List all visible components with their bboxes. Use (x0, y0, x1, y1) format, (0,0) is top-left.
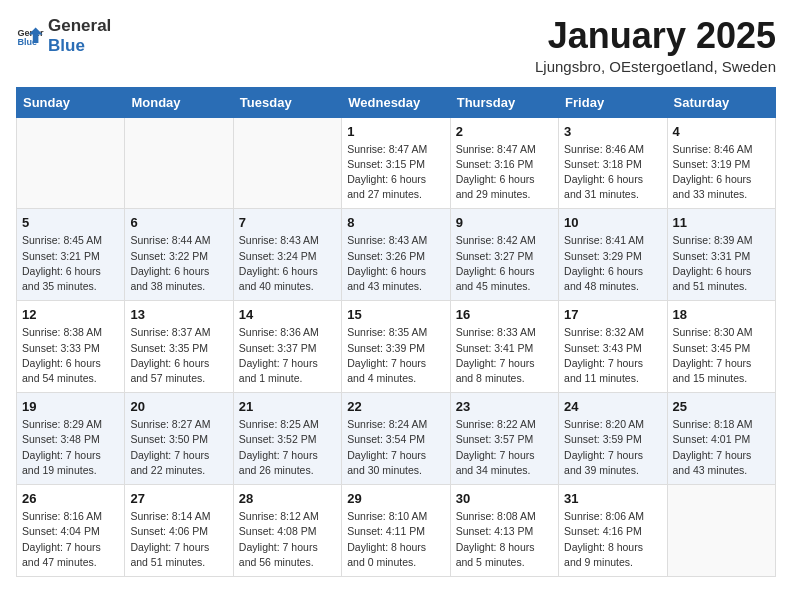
day-number: 6 (130, 215, 227, 230)
calendar-cell: 26Sunrise: 8:16 AM Sunset: 4:04 PM Dayli… (17, 485, 125, 577)
day-number: 7 (239, 215, 336, 230)
calendar-cell: 4Sunrise: 8:46 AM Sunset: 3:19 PM Daylig… (667, 117, 775, 209)
day-number: 11 (673, 215, 770, 230)
logo-blue: Blue (48, 36, 85, 55)
day-number: 30 (456, 491, 553, 506)
day-info: Sunrise: 8:16 AM Sunset: 4:04 PM Dayligh… (22, 509, 119, 570)
calendar-cell: 1Sunrise: 8:47 AM Sunset: 3:15 PM Daylig… (342, 117, 450, 209)
day-info: Sunrise: 8:46 AM Sunset: 3:19 PM Dayligh… (673, 142, 770, 203)
calendar-cell (233, 117, 341, 209)
day-number: 17 (564, 307, 661, 322)
weekday-header-monday: Monday (125, 87, 233, 117)
day-number: 13 (130, 307, 227, 322)
day-info: Sunrise: 8:18 AM Sunset: 4:01 PM Dayligh… (673, 417, 770, 478)
day-number: 16 (456, 307, 553, 322)
day-number: 19 (22, 399, 119, 414)
day-info: Sunrise: 8:39 AM Sunset: 3:31 PM Dayligh… (673, 233, 770, 294)
day-info: Sunrise: 8:35 AM Sunset: 3:39 PM Dayligh… (347, 325, 444, 386)
svg-text:Blue: Blue (17, 37, 37, 47)
calendar-cell: 3Sunrise: 8:46 AM Sunset: 3:18 PM Daylig… (559, 117, 667, 209)
calendar-cell (667, 485, 775, 577)
day-info: Sunrise: 8:10 AM Sunset: 4:11 PM Dayligh… (347, 509, 444, 570)
day-number: 20 (130, 399, 227, 414)
day-number: 25 (673, 399, 770, 414)
day-info: Sunrise: 8:20 AM Sunset: 3:59 PM Dayligh… (564, 417, 661, 478)
calendar-cell: 20Sunrise: 8:27 AM Sunset: 3:50 PM Dayli… (125, 393, 233, 485)
calendar-cell: 5Sunrise: 8:45 AM Sunset: 3:21 PM Daylig… (17, 209, 125, 301)
day-info: Sunrise: 8:06 AM Sunset: 4:16 PM Dayligh… (564, 509, 661, 570)
day-number: 18 (673, 307, 770, 322)
week-row-4: 19Sunrise: 8:29 AM Sunset: 3:48 PM Dayli… (17, 393, 776, 485)
calendar-cell: 22Sunrise: 8:24 AM Sunset: 3:54 PM Dayli… (342, 393, 450, 485)
day-number: 3 (564, 124, 661, 139)
day-number: 10 (564, 215, 661, 230)
weekday-header-friday: Friday (559, 87, 667, 117)
day-number: 26 (22, 491, 119, 506)
calendar-cell: 2Sunrise: 8:47 AM Sunset: 3:16 PM Daylig… (450, 117, 558, 209)
day-info: Sunrise: 8:12 AM Sunset: 4:08 PM Dayligh… (239, 509, 336, 570)
calendar-cell: 16Sunrise: 8:33 AM Sunset: 3:41 PM Dayli… (450, 301, 558, 393)
day-info: Sunrise: 8:36 AM Sunset: 3:37 PM Dayligh… (239, 325, 336, 386)
calendar-cell: 13Sunrise: 8:37 AM Sunset: 3:35 PM Dayli… (125, 301, 233, 393)
day-number: 14 (239, 307, 336, 322)
day-info: Sunrise: 8:41 AM Sunset: 3:29 PM Dayligh… (564, 233, 661, 294)
calendar-cell: 27Sunrise: 8:14 AM Sunset: 4:06 PM Dayli… (125, 485, 233, 577)
calendar-cell (125, 117, 233, 209)
calendar-cell: 19Sunrise: 8:29 AM Sunset: 3:48 PM Dayli… (17, 393, 125, 485)
day-number: 15 (347, 307, 444, 322)
logo-text: General (48, 16, 111, 36)
day-number: 21 (239, 399, 336, 414)
calendar-cell: 12Sunrise: 8:38 AM Sunset: 3:33 PM Dayli… (17, 301, 125, 393)
day-number: 5 (22, 215, 119, 230)
day-info: Sunrise: 8:08 AM Sunset: 4:13 PM Dayligh… (456, 509, 553, 570)
calendar-cell: 28Sunrise: 8:12 AM Sunset: 4:08 PM Dayli… (233, 485, 341, 577)
calendar-cell: 7Sunrise: 8:43 AM Sunset: 3:24 PM Daylig… (233, 209, 341, 301)
weekday-header-sunday: Sunday (17, 87, 125, 117)
calendar-cell: 29Sunrise: 8:10 AM Sunset: 4:11 PM Dayli… (342, 485, 450, 577)
weekday-header-wednesday: Wednesday (342, 87, 450, 117)
logo-general: General (48, 16, 111, 35)
calendar-cell: 30Sunrise: 8:08 AM Sunset: 4:13 PM Dayli… (450, 485, 558, 577)
day-number: 12 (22, 307, 119, 322)
calendar-cell: 14Sunrise: 8:36 AM Sunset: 3:37 PM Dayli… (233, 301, 341, 393)
day-info: Sunrise: 8:43 AM Sunset: 3:26 PM Dayligh… (347, 233, 444, 294)
week-row-5: 26Sunrise: 8:16 AM Sunset: 4:04 PM Dayli… (17, 485, 776, 577)
calendar-cell: 23Sunrise: 8:22 AM Sunset: 3:57 PM Dayli… (450, 393, 558, 485)
calendar-subtitle: Ljungsbro, OEstergoetland, Sweden (535, 58, 776, 75)
day-number: 9 (456, 215, 553, 230)
day-info: Sunrise: 8:38 AM Sunset: 3:33 PM Dayligh… (22, 325, 119, 386)
day-number: 23 (456, 399, 553, 414)
logo-icon: General Blue (16, 22, 44, 50)
day-info: Sunrise: 8:27 AM Sunset: 3:50 PM Dayligh… (130, 417, 227, 478)
calendar-cell: 15Sunrise: 8:35 AM Sunset: 3:39 PM Dayli… (342, 301, 450, 393)
day-info: Sunrise: 8:37 AM Sunset: 3:35 PM Dayligh… (130, 325, 227, 386)
calendar-cell: 10Sunrise: 8:41 AM Sunset: 3:29 PM Dayli… (559, 209, 667, 301)
day-number: 4 (673, 124, 770, 139)
week-row-1: 1Sunrise: 8:47 AM Sunset: 3:15 PM Daylig… (17, 117, 776, 209)
logo: General Blue General Blue (16, 16, 111, 56)
calendar-cell: 11Sunrise: 8:39 AM Sunset: 3:31 PM Dayli… (667, 209, 775, 301)
weekday-header-saturday: Saturday (667, 87, 775, 117)
calendar-cell: 18Sunrise: 8:30 AM Sunset: 3:45 PM Dayli… (667, 301, 775, 393)
calendar-cell: 21Sunrise: 8:25 AM Sunset: 3:52 PM Dayli… (233, 393, 341, 485)
title-block: January 2025 Ljungsbro, OEstergoetland, … (535, 16, 776, 75)
day-info: Sunrise: 8:42 AM Sunset: 3:27 PM Dayligh… (456, 233, 553, 294)
calendar-cell: 8Sunrise: 8:43 AM Sunset: 3:26 PM Daylig… (342, 209, 450, 301)
weekday-header-thursday: Thursday (450, 87, 558, 117)
calendar-cell: 31Sunrise: 8:06 AM Sunset: 4:16 PM Dayli… (559, 485, 667, 577)
calendar-cell: 24Sunrise: 8:20 AM Sunset: 3:59 PM Dayli… (559, 393, 667, 485)
calendar-cell (17, 117, 125, 209)
day-number: 29 (347, 491, 444, 506)
day-number: 31 (564, 491, 661, 506)
day-info: Sunrise: 8:24 AM Sunset: 3:54 PM Dayligh… (347, 417, 444, 478)
day-info: Sunrise: 8:33 AM Sunset: 3:41 PM Dayligh… (456, 325, 553, 386)
day-number: 28 (239, 491, 336, 506)
week-row-3: 12Sunrise: 8:38 AM Sunset: 3:33 PM Dayli… (17, 301, 776, 393)
weekday-header-row: SundayMondayTuesdayWednesdayThursdayFrid… (17, 87, 776, 117)
day-number: 8 (347, 215, 444, 230)
week-row-2: 5Sunrise: 8:45 AM Sunset: 3:21 PM Daylig… (17, 209, 776, 301)
day-info: Sunrise: 8:45 AM Sunset: 3:21 PM Dayligh… (22, 233, 119, 294)
day-number: 24 (564, 399, 661, 414)
weekday-header-tuesday: Tuesday (233, 87, 341, 117)
day-info: Sunrise: 8:14 AM Sunset: 4:06 PM Dayligh… (130, 509, 227, 570)
